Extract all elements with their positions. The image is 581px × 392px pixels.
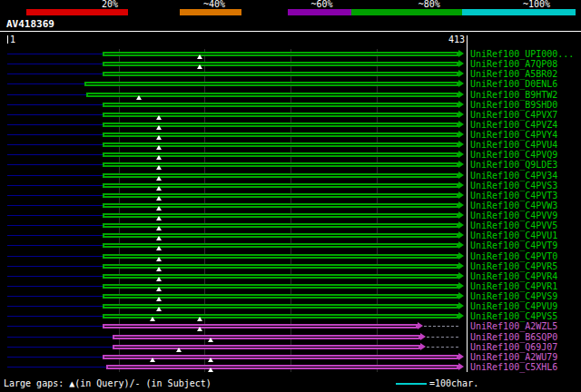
hit-label[interactable]: UniRef100_C4PVS9 [470, 291, 557, 301]
alignment-row[interactable] [7, 140, 467, 150]
hit-bar[interactable] [103, 62, 458, 66]
scale-label: ~80% [419, 0, 440, 9]
alignment-row[interactable] [7, 240, 467, 250]
alignment-row[interactable] [7, 171, 467, 181]
hit-bar[interactable] [86, 93, 458, 97]
leader-line [7, 154, 103, 155]
leader-line [7, 205, 103, 206]
hit-bar-arrow [458, 172, 464, 179]
alignment-row[interactable] [7, 201, 467, 211]
alignment-row[interactable] [7, 59, 467, 69]
alignment-row[interactable] [7, 100, 467, 110]
hit-label[interactable]: UniRef100_C4PVU4 [470, 140, 557, 150]
hit-bar-arrow [458, 262, 464, 270]
alignment-row[interactable] [7, 211, 467, 220]
hit-label[interactable]: UniRef100_C4PVX7 [470, 110, 557, 120]
hit-label[interactable]: UniRef100_C4PVW3 [470, 201, 557, 211]
leader-line [7, 114, 103, 115]
scale-label: ~60% [310, 0, 332, 9]
alignment-row[interactable] [7, 181, 467, 191]
hit-label[interactable]: UniRef100_C4PVV5 [470, 220, 557, 230]
alignment-row[interactable] [7, 321, 467, 331]
hit-label[interactable]: UniRef100_A5BR02 [470, 69, 557, 79]
leader-line [7, 74, 103, 74]
hit-bar-arrow [458, 121, 464, 128]
hit-bar[interactable] [84, 82, 459, 86]
leader-line [7, 164, 103, 165]
hit-label[interactable]: UniRef100_C4PVQ9 [470, 150, 557, 160]
hit-label[interactable]: UniRef100_A2WU79 [470, 352, 557, 362]
alignment-row[interactable] [7, 150, 467, 160]
hit-label[interactable]: UniRef100_C5XHL6 [470, 362, 557, 372]
alignment-row[interactable] [7, 79, 467, 89]
hit-bar[interactable] [103, 355, 458, 359]
hit-label[interactable]: UniRef100_C4PVT9 [470, 240, 557, 250]
hit-label[interactable]: UniRef100_C4PV34 [470, 171, 557, 181]
hit-bar[interactable] [103, 52, 458, 56]
alignment-row[interactable] [7, 362, 467, 372]
scale-label: ~100% [523, 0, 550, 9]
hit-label[interactable]: UniRef100_B9SHD0 [470, 100, 557, 110]
alignment-row[interactable] [7, 342, 467, 352]
hit-bar-arrow [458, 141, 464, 148]
hit-bar-arrow [458, 151, 464, 158]
hit-label[interactable]: UniRef100_C4PVS3 [470, 181, 557, 191]
hit-label[interactable]: UniRef100_D0ENL6 [470, 79, 557, 89]
alignment-row[interactable] [7, 230, 467, 240]
hit-label[interactable]: UniRef100_A2WZL5 [470, 321, 557, 331]
legend-scale: =100char. [396, 378, 478, 388]
hit-bar[interactable] [103, 72, 458, 76]
hit-label[interactable]: UniRef100_UPI000... [470, 49, 574, 59]
query-start-label: 1 [10, 34, 15, 44]
hit-label[interactable]: UniRef100_C4PVT0 [470, 251, 557, 261]
hit-label[interactable]: UniRef100_C4PVU9 [470, 301, 557, 311]
hit-bar-arrow [458, 302, 464, 309]
scale-segment [26, 9, 128, 15]
hit-label[interactable]: UniRef100_C4PVZ4 [470, 120, 557, 130]
alignment-row[interactable] [7, 69, 467, 79]
hit-label[interactable]: UniRef100_C4PVR1 [470, 281, 557, 291]
hit-label[interactable]: UniRef100_C4PVR5 [470, 261, 557, 271]
hit-bar[interactable] [113, 335, 419, 339]
alignment-row[interactable] [7, 291, 467, 301]
hit-label[interactable]: UniRef100_C4PVU1 [470, 230, 557, 240]
hit-label[interactable]: UniRef100_B9HTW2 [470, 90, 557, 100]
alignment-row[interactable] [7, 311, 467, 321]
alignment-row[interactable] [7, 251, 467, 261]
alignment-row[interactable] [7, 261, 467, 271]
hit-label[interactable]: UniRef100_C4PVS5 [470, 311, 557, 321]
leader-line [7, 347, 113, 348]
hit-label[interactable]: UniRef100_Q69J07 [470, 342, 557, 352]
alignment-row[interactable] [7, 301, 467, 311]
alignment-row[interactable] [7, 191, 467, 201]
tail-line [427, 347, 459, 348]
identity-scale-labels: 20%~40%~60%~80%~100% [0, 0, 581, 9]
alignment-row[interactable] [7, 281, 467, 291]
leader-line [7, 134, 103, 135]
alignment-row[interactable] [7, 120, 467, 130]
alignment-row[interactable] [7, 352, 467, 362]
hit-label[interactable]: UniRef100_C4PVV9 [470, 211, 557, 220]
alignment-row[interactable] [7, 160, 467, 170]
hit-label[interactable]: UniRef100_B6SQP0 [470, 332, 557, 342]
hit-bar[interactable] [106, 365, 458, 369]
hit-bar-arrow [458, 282, 464, 289]
alignment-row[interactable] [7, 49, 467, 59]
alignment-row[interactable] [7, 220, 467, 230]
alignment-row[interactable] [7, 130, 467, 140]
hit-label[interactable]: UniRef100_C4PVT3 [470, 191, 557, 201]
hit-bar[interactable] [103, 103, 458, 107]
alignment-row[interactable] [7, 332, 467, 342]
hit-label[interactable]: UniRef100_A7QP08 [470, 59, 557, 69]
alignment-row[interactable] [7, 110, 467, 120]
hit-bar[interactable] [103, 324, 418, 328]
leader-line [7, 64, 103, 64]
hit-label[interactable]: UniRef100_C4PVR4 [470, 271, 557, 281]
hit-bar[interactable] [113, 345, 419, 349]
hit-bar[interactable] [103, 314, 458, 318]
hit-label[interactable]: UniRef100_C4PVY4 [470, 130, 557, 140]
alignment-row[interactable] [7, 90, 467, 100]
hit-bar-arrow [458, 201, 464, 209]
alignment-row[interactable] [7, 271, 467, 281]
hit-label[interactable]: UniRef100_Q9LDE3 [470, 160, 557, 170]
